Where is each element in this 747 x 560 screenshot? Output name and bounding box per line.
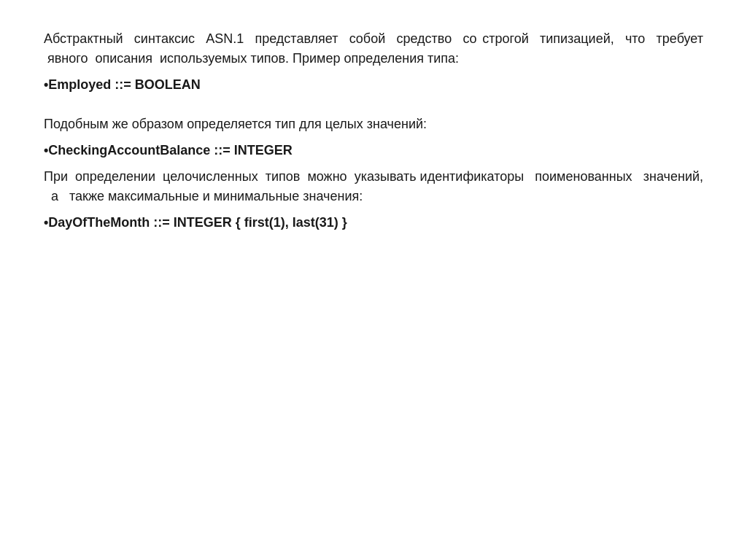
code-employed: •Employed ::= BOOLEAN — [44, 77, 703, 93]
spacer-1 — [44, 101, 703, 114]
code-checking-account: •CheckingAccountBalance ::= INTEGER — [44, 143, 703, 158]
main-content: Абстрактный синтаксис ASN.1 представляет… — [44, 29, 703, 230]
paragraph-3: При определении целочисленных типов можн… — [44, 167, 703, 206]
paragraph-1: Абстрактный синтаксис ASN.1 представляет… — [44, 29, 703, 69]
code-day-of-month: •DayOfTheMonth ::= INTEGER { first(1), l… — [44, 215, 703, 230]
paragraph-2: Подобным же образом определяется тип для… — [44, 114, 703, 134]
